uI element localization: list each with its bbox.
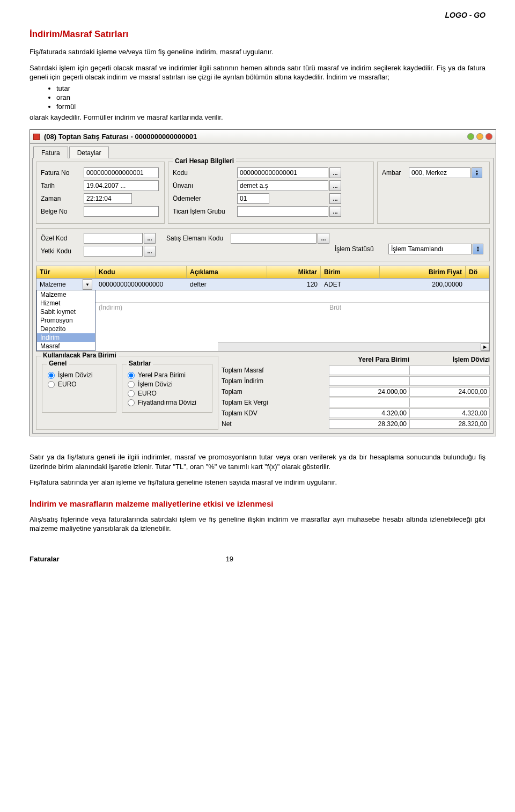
ambar-spin-button[interactable]: ▲▼ xyxy=(472,167,482,178)
tur-option[interactable]: Depozito xyxy=(37,325,95,333)
col-tur[interactable]: Tür xyxy=(36,266,95,278)
satir-opt-euro[interactable] xyxy=(128,390,135,397)
tur-option[interactable]: Sabit kıymet xyxy=(37,308,95,316)
totals-value: 28.320,00 xyxy=(329,419,409,429)
bullet-list: tutar oran formül xyxy=(56,84,485,111)
islem-statusu-spin-button[interactable]: ▲▼ xyxy=(473,244,483,254)
totals-head-ypb: Yerel Para Birimi xyxy=(329,356,409,363)
grid-hint-row: (İndirim) Brüt xyxy=(95,302,489,312)
tur-option[interactable]: Hizmet xyxy=(37,299,95,308)
tab-detaylar[interactable]: Detaylar xyxy=(69,147,109,158)
form-panel: Fatura No Tarih Zaman Belge No Cari Hesa… xyxy=(32,158,494,434)
totals-value: 24.000,00 xyxy=(329,387,409,397)
paragraph-2: Satırdaki işlem için geçerli olacak masr… xyxy=(30,63,485,82)
tur-option[interactable]: Malzeme xyxy=(37,290,95,299)
totals-value xyxy=(329,365,409,375)
yetki-kodu-input[interactable] xyxy=(84,246,143,257)
totals-label: Toplam İndirim xyxy=(222,377,329,385)
islem-statusu-input[interactable] xyxy=(388,244,472,254)
col-aciklama[interactable]: Açıklama xyxy=(187,266,267,278)
zaman-input[interactable] xyxy=(84,193,132,204)
grid-row-selected[interactable]: Malzeme ▼ 000000000000000000 defter 120 … xyxy=(36,279,489,290)
belge-no-input[interactable] xyxy=(84,206,159,217)
genel-opt-label: İşlem Dövizi xyxy=(58,371,93,379)
bullet-item: oran xyxy=(56,93,485,101)
hint-brut: Brüt xyxy=(329,304,394,311)
fatura-no-input[interactable] xyxy=(84,167,159,178)
items-grid: Tür Kodu Açıklama Miktar Birim Birim Fiy… xyxy=(36,266,490,352)
col-birim[interactable]: Birim xyxy=(321,266,380,278)
ozel-kod-lookup-button[interactable]: ... xyxy=(144,233,156,244)
satirlar-legend: Satırlar xyxy=(127,360,153,367)
totals-head-id: İşlem Dövizi xyxy=(409,356,490,363)
yetki-kodu-lookup-button[interactable]: ... xyxy=(144,246,156,257)
genel-opt-euro[interactable] xyxy=(48,381,55,388)
satis-elemani-label: Satış Elemanı Kodu xyxy=(166,235,231,242)
genel-opt-islem-dovizi[interactable] xyxy=(48,372,55,379)
tarih-input[interactable] xyxy=(84,180,159,191)
totals-value: 4.320,00 xyxy=(329,408,409,418)
ambar-label: Ambar xyxy=(382,169,409,177)
totals-value xyxy=(329,376,409,386)
horizontal-scrollbar[interactable]: ▶ xyxy=(218,342,489,351)
after-paragraph-2: Fiş/fatura satırında yer alan işleme ve … xyxy=(30,478,485,487)
col-miktar[interactable]: Miktar xyxy=(267,266,321,278)
tig-lookup-button[interactable]: ... xyxy=(329,206,341,217)
cari-legend: Cari Hesap Bilgileri xyxy=(173,157,236,165)
tig-input[interactable] xyxy=(237,206,328,217)
fatura-no-label: Fatura No xyxy=(41,169,84,177)
odemeler-lookup-button[interactable]: ... xyxy=(329,193,341,204)
col-birim-fiyat[interactable]: Birim Fiyat xyxy=(380,266,466,278)
genel-group: Genel İşlem Dövizi EURO xyxy=(42,364,116,413)
totals-panel: Yerel Para Birimi İşlem Dövizi Toplam Ma… xyxy=(222,356,490,430)
ambar-input[interactable] xyxy=(409,167,470,178)
yetki-kodu-label: Yetki Kodu xyxy=(41,247,84,255)
odemeler-input[interactable] xyxy=(237,193,269,204)
satir-opt-fd[interactable] xyxy=(128,399,135,406)
grid-empty-row[interactable] xyxy=(95,290,489,302)
ozel-kod-input[interactable] xyxy=(84,233,143,244)
window-title: (08) Toptan Satış Faturası - 00000000000… xyxy=(44,133,197,141)
totals-value: 4.320,00 xyxy=(409,408,490,418)
unvani-input[interactable] xyxy=(237,180,328,191)
mid-row-box: Özel Kod ... Yetki Kodu ... Satış Eleman… xyxy=(36,228,490,261)
satir-opt-ypb[interactable] xyxy=(128,372,135,379)
app-icon xyxy=(33,134,40,140)
satis-elemani-input[interactable] xyxy=(231,233,317,244)
close-button[interactable] xyxy=(485,133,492,140)
tur-option[interactable]: Masraf xyxy=(37,342,95,350)
tur-option-selected[interactable]: İndirim xyxy=(37,333,95,342)
cell-miktar[interactable]: 120 xyxy=(267,280,321,289)
minimize-button[interactable] xyxy=(467,133,474,140)
satirlar-group: Satırlar Yerel Para Birimi İşlem Dövizi … xyxy=(122,364,212,413)
satis-elemani-lookup-button[interactable]: ... xyxy=(318,233,329,244)
cell-aciklama[interactable]: defter xyxy=(187,280,267,289)
cell-birim-fiyat[interactable]: 200,00000 xyxy=(380,280,466,289)
scroll-right-button[interactable]: ▶ xyxy=(481,343,489,351)
totals-value xyxy=(409,365,490,375)
tur-option[interactable]: Promosyon xyxy=(37,316,95,325)
col-kodu[interactable]: Kodu xyxy=(95,266,187,278)
zaman-label: Zaman xyxy=(41,195,84,202)
kodu-input[interactable] xyxy=(237,167,328,178)
kodu-label: Kodu xyxy=(173,169,237,177)
tur-dropdown-list[interactable]: Malzeme Hizmet Sabit kıymet Promosyon De… xyxy=(36,290,95,351)
tab-fatura[interactable]: Fatura xyxy=(33,147,68,158)
col-doviz[interactable]: Dö xyxy=(466,266,489,278)
cell-kodu[interactable]: 000000000000000000 xyxy=(95,280,187,289)
satir-opt-label: Yerel Para Birimi xyxy=(138,371,186,379)
cell-birim[interactable]: ADET xyxy=(321,280,380,289)
tarih-label: Tarih xyxy=(41,182,84,189)
maximize-button[interactable] xyxy=(476,133,483,140)
bullet-item: formül xyxy=(56,103,485,111)
grid-header: Tür Kodu Açıklama Miktar Birim Birim Fiy… xyxy=(36,266,489,279)
unvani-lookup-button[interactable]: ... xyxy=(329,180,341,191)
kodu-lookup-button[interactable]: ... xyxy=(329,167,341,178)
satir-opt-id[interactable] xyxy=(128,381,135,388)
genel-legend: Genel xyxy=(47,360,69,367)
ozel-kod-label: Özel Kod xyxy=(41,235,84,242)
tur-dropdown-button[interactable]: ▼ xyxy=(83,279,92,290)
totals-label: Toplam Masraf xyxy=(222,367,329,374)
sub-paragraph: Alış/satış fişlerinde veya faturalarında… xyxy=(30,515,485,533)
tab-strip: Fatura Detaylar xyxy=(33,146,496,158)
